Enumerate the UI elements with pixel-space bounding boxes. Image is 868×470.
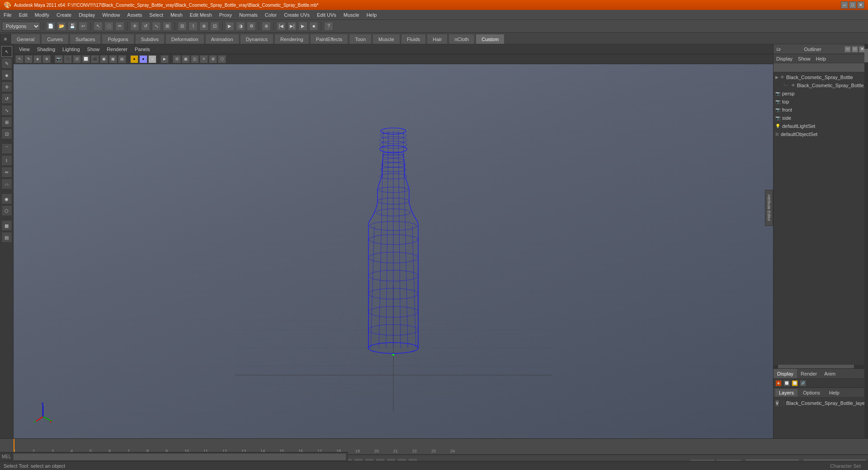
show-manip2[interactable]: ⬡ [1,205,12,216]
chan-btn1[interactable]: ◉ [775,380,782,386]
move-btn[interactable]: ✛ [130,22,139,31]
vp-cam2[interactable]: 🎥 [64,55,72,63]
attribute-editor-tab[interactable]: Attribute Editor [765,190,773,226]
snap-grid-btn[interactable]: ⊟ [178,22,187,31]
outliner-menu-show[interactable]: Show [795,56,813,61]
play-btn[interactable]: ▶ [298,22,307,31]
tab-render[interactable]: Render [797,369,821,378]
universal-tool-btn[interactable]: ⊞ [1,117,12,127]
chan-btn4[interactable]: 🔗 [800,380,806,386]
lasso-btn[interactable]: ◌ [104,22,113,31]
vp-tool3[interactable]: ◈ [33,55,42,63]
vp-tool4[interactable]: ⊕ [42,55,51,63]
ipr-btn[interactable]: ◑ [236,22,245,31]
outliner-max-btn[interactable]: □ [852,46,858,52]
menu-createuvs[interactable]: Create UVs [280,10,313,19]
outliner-item-lightset[interactable]: 💡 defaultLightSet [774,122,868,130]
tool3[interactable]: ◈ [1,70,12,80]
paint-select-btn[interactable]: ✏ [115,22,124,31]
vp-light3[interactable]: ● [148,55,156,63]
vp-light2[interactable]: ● [139,55,147,63]
mode-selector[interactable]: Polygons Surfaces Dynamics Rendering nDy… [2,22,40,31]
outliner-item-bottle-group[interactable]: ▶ 👁 Black_Cosmetic_Spray_Bottle [774,73,868,81]
vp-layout6[interactable]: ⬡ [218,55,226,63]
tab-painteffects[interactable]: PaintEffects [310,34,349,44]
menu-normals[interactable]: Normals [236,10,261,19]
layer-vis-toggle[interactable]: V [775,400,779,406]
layers-tab-layers[interactable]: Layers [775,389,797,396]
sculpt-btn[interactable]: ◉ [1,193,12,204]
tab-curves[interactable]: Curves [41,34,69,44]
minimize-button[interactable]: ─ [841,1,848,9]
curve-tool-btn[interactable]: ⌒ [1,143,12,154]
menu-assets[interactable]: Assets [123,10,146,19]
vp-menu-view[interactable]: View [15,46,33,53]
undo-btn[interactable]: ↩ [79,22,88,31]
vp-tool1[interactable]: ↖ [15,55,24,63]
outliner-item-top[interactable]: 📷 top [774,98,868,106]
select-btn[interactable]: ↖ [94,22,103,31]
rotate-tool-btn[interactable]: ↺ [1,93,12,104]
vp-cam6[interactable]: ▣ [100,55,108,63]
open-scene-btn[interactable]: 📂 [57,22,66,31]
menu-file[interactable]: File [0,10,15,19]
vp-layout1[interactable]: ⊟ [173,55,181,63]
pencil-btn[interactable]: ✏ [1,167,12,178]
paint-select-tool-btn[interactable]: ✎ [1,58,12,69]
layers-tab-options[interactable]: Options [799,389,824,396]
tab-deformation[interactable]: Deformation [165,34,204,44]
outliner-item-bottle-mesh[interactable]: └─ 👁 Black_Cosmetic_Spray_Bottle_nd1... [774,81,868,89]
chan-btn3[interactable]: ⬜ [792,380,798,386]
outliner-item-side[interactable]: 📷 side [774,114,868,122]
render-btn[interactable]: ▶ [225,22,234,31]
show-manip-btn[interactable]: ⊕ [262,22,271,31]
menu-muscle[interactable]: Muscle [340,10,363,19]
snap-curve-btn[interactable]: ⌇ [189,22,198,31]
vp-tool2[interactable]: ✎ [24,55,33,63]
tab-fluids[interactable]: Fluids [401,34,426,44]
title-bar-controls[interactable]: ─ □ ✕ [841,1,864,9]
menu-display[interactable]: Display [75,10,99,19]
tab-ncloth[interactable]: nCloth [448,34,475,44]
outliner-scroll-handle[interactable] [778,365,854,368]
arc-btn[interactable]: ⌓ [1,179,12,189]
snap-view-btn[interactable]: ⊡ [210,22,219,31]
tab-polygons[interactable]: Polygons [102,34,134,44]
outliner-item-objectset[interactable]: ⊞ defaultObjectSet [774,130,868,138]
menu-window[interactable]: Window [99,10,123,19]
vp-cam7[interactable]: ▦ [109,55,117,63]
ep-curve-btn[interactable]: ⌇ [1,155,12,166]
menu-editmesh[interactable]: Edit Mesh [186,10,216,19]
tab-toon[interactable]: Toon [349,34,372,44]
outliner-menu-help[interactable]: Help [813,56,829,61]
outliner-min-btn[interactable]: ─ [844,46,851,52]
vp-menu-shading[interactable]: Shading [33,46,59,53]
viewport[interactable]: .grid-line { stroke: #555; stroke-width:… [14,64,773,438]
tab-general[interactable]: General [11,34,40,44]
vp-menu-renderer[interactable]: Renderer [103,46,131,53]
vp-layout5[interactable]: ⊞ [209,55,217,63]
menu-select[interactable]: Select [146,10,167,19]
universal-manip-btn[interactable]: ⊞ [163,22,172,31]
menu-modify[interactable]: Modify [31,10,53,19]
render-settings-btn[interactable]: ⚙ [247,22,256,31]
move-tool-btn[interactable]: ✛ [1,81,12,92]
scale-btn[interactable]: ⤡ [152,22,161,31]
soft-mod-btn[interactable]: ⊡ [1,128,12,139]
menu-color[interactable]: Color [261,10,280,19]
vp-cam4[interactable]: ⬜ [82,55,90,63]
vp-menu-panels[interactable]: Panels [131,46,154,53]
layers-tab-help[interactable]: Help [826,389,843,396]
outliner-menu-display[interactable]: Display [774,56,795,61]
tab-rendering[interactable]: Rendering [274,34,309,44]
tab-surfaces[interactable]: Surfaces [70,34,101,44]
layer-btn[interactable]: ▦ [1,220,12,231]
outliner-scroll-h[interactable] [774,365,868,368]
snap-point-btn[interactable]: ⊕ [199,22,208,31]
select-tool-btn[interactable]: ↖ [1,46,12,57]
tabs-toggle[interactable]: ≡ [0,34,11,44]
tab-muscle[interactable]: Muscle [373,34,400,44]
rotate-btn[interactable]: ↺ [141,22,150,31]
next-key-btn[interactable]: ▶| [288,22,297,31]
maximize-button[interactable]: □ [849,1,856,9]
